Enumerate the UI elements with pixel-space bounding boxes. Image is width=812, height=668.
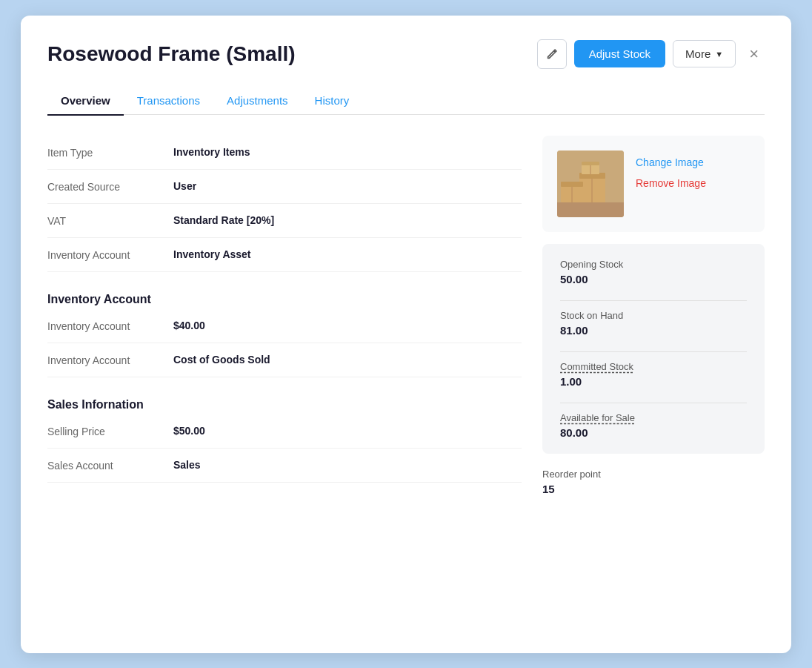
svg-rect-6 <box>561 182 583 187</box>
left-column: Item Type Inventory Items Created Source… <box>47 136 522 495</box>
svg-rect-9 <box>582 162 599 165</box>
inventory-cost-label: Inventory Account <box>47 320 173 332</box>
tab-nav: Overview Transactions Adjustments Histor… <box>47 87 765 116</box>
field-vat: VAT Standard Rate [20%] <box>47 204 522 238</box>
change-image-button[interactable]: Change Image <box>636 156 706 168</box>
committed-stock-label: Committed Stock <box>560 361 747 372</box>
tab-history[interactable]: History <box>302 87 363 116</box>
committed-stock-item: Committed Stock 1.00 <box>560 361 747 388</box>
opening-stock-item: Opening Stock 50.00 <box>560 259 747 285</box>
vat-value: Standard Rate [20%] <box>173 214 274 226</box>
vat-label: VAT <box>47 214 173 227</box>
edit-icon <box>545 47 559 61</box>
sales-account-value: Sales <box>173 459 201 471</box>
tab-adjustments[interactable]: Adjustments <box>213 87 302 116</box>
reorder-label: Reorder point <box>542 469 765 480</box>
field-item-type: Item Type Inventory Items <box>47 136 522 170</box>
inventory-account-section: Inventory Account Inventory Account $40.… <box>47 293 522 377</box>
more-button[interactable]: More ▼ <box>673 40 736 67</box>
reorder-value: 15 <box>542 483 765 495</box>
stock-on-hand-label: Stock on Hand <box>560 310 747 321</box>
modal-header: Rosewood Frame (Small) Adjust Stock More… <box>47 39 765 69</box>
sales-heading: Sales Infornation <box>47 398 522 411</box>
close-button[interactable]: × <box>743 42 765 67</box>
right-column: Change Image Remove Image Opening Stock … <box>542 136 765 495</box>
image-card: Change Image Remove Image <box>542 136 765 232</box>
remove-image-button[interactable]: Remove Image <box>636 177 706 189</box>
field-inventory-account-basic: Inventory Account Inventory Asset <box>47 238 522 272</box>
created-source-label: Created Source <box>47 180 173 193</box>
product-title: Rosewood Frame (Small) <box>47 42 296 66</box>
product-modal: Rosewood Frame (Small) Adjust Stock More… <box>21 16 791 653</box>
product-image-svg <box>557 151 624 217</box>
field-sales-account: Sales Account Sales <box>47 449 522 483</box>
product-image <box>557 151 624 217</box>
header-actions: Adjust Stock More ▼ × <box>537 39 765 69</box>
stock-divider-3 <box>560 403 747 403</box>
more-caret-icon: ▼ <box>715 50 723 59</box>
tab-transactions[interactable]: Transactions <box>124 87 213 116</box>
reorder-section: Reorder point 15 <box>542 469 765 495</box>
cogs-label: Inventory Account <box>47 354 173 366</box>
stock-divider-1 <box>560 300 747 301</box>
available-for-sale-value: 80.00 <box>560 426 747 439</box>
item-type-label: Item Type <box>47 146 173 159</box>
stock-divider-2 <box>560 351 747 352</box>
created-source-value: User <box>173 180 196 192</box>
sales-account-label: Sales Account <box>47 459 173 472</box>
stock-on-hand-item: Stock on Hand 81.00 <box>560 310 747 337</box>
opening-stock-value: 50.00 <box>560 273 747 285</box>
selling-price-value: $50.00 <box>173 425 205 437</box>
available-for-sale-item: Available for Sale 80.00 <box>560 412 747 439</box>
inventory-account-heading: Inventory Account <box>47 293 522 306</box>
inventory-account-basic-label: Inventory Account <box>47 248 173 261</box>
adjust-stock-button[interactable]: Adjust Stock <box>574 40 665 67</box>
committed-stock-value: 1.00 <box>560 375 747 388</box>
item-type-value: Inventory Items <box>173 146 250 158</box>
field-created-source: Created Source User <box>47 170 522 204</box>
edit-button[interactable] <box>537 39 567 69</box>
cogs-value: Cost of Goods Sold <box>173 354 270 366</box>
stock-card: Opening Stock 50.00 Stock on Hand 81.00 … <box>542 244 765 454</box>
content-grid: Item Type Inventory Items Created Source… <box>47 136 765 495</box>
sales-section: Sales Infornation Selling Price $50.00 S… <box>47 398 522 483</box>
basic-fields: Item Type Inventory Items Created Source… <box>47 136 522 272</box>
svg-rect-1 <box>557 202 624 217</box>
field-cogs: Inventory Account Cost of Goods Sold <box>47 343 522 377</box>
opening-stock-label: Opening Stock <box>560 259 747 270</box>
field-inventory-cost: Inventory Account $40.00 <box>47 309 522 343</box>
tab-overview[interactable]: Overview <box>47 87 124 116</box>
inventory-account-basic-value: Inventory Asset <box>173 248 251 260</box>
stock-on-hand-value: 81.00 <box>560 324 747 337</box>
available-for-sale-label: Available for Sale <box>560 412 747 423</box>
more-label: More <box>685 47 710 60</box>
image-actions: Change Image Remove Image <box>636 151 706 189</box>
selling-price-label: Selling Price <box>47 425 173 437</box>
inventory-cost-value: $40.00 <box>173 320 205 331</box>
field-selling-price: Selling Price $50.00 <box>47 414 522 449</box>
